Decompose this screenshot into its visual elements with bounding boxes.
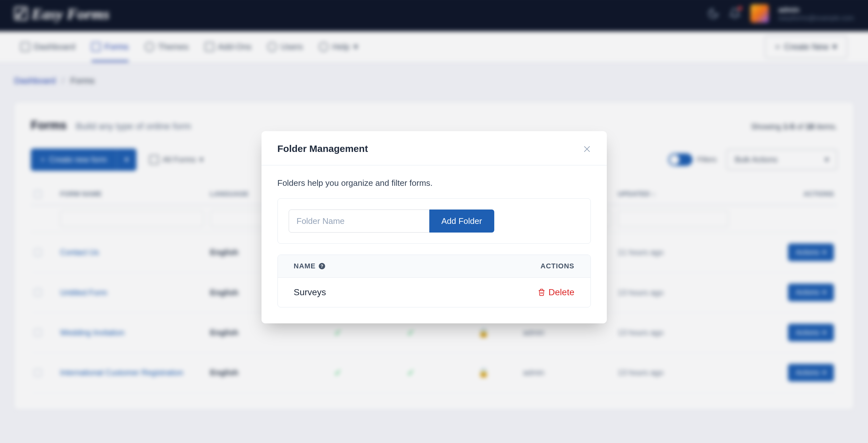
close-icon[interactable] (583, 145, 591, 153)
folder-name[interactable]: Surveys (294, 287, 326, 297)
modal-overlay[interactable]: Folder Management Folders help you organ… (0, 0, 868, 443)
col-actions: ACTIONS (540, 262, 575, 270)
folder-management-modal: Folder Management Folders help you organ… (261, 131, 607, 323)
add-folder-box: Add Folder (278, 198, 591, 244)
modal-title: Folder Management (278, 143, 368, 154)
folders-table-head: NAME ? ACTIONS (278, 255, 590, 278)
folders-table: NAME ? ACTIONS Surveys Delete (278, 255, 591, 307)
add-folder-button[interactable]: Add Folder (429, 209, 494, 233)
folder-name-input[interactable] (289, 209, 429, 233)
delete-folder-button[interactable]: Delete (538, 287, 575, 297)
help-icon[interactable]: ? (319, 263, 325, 269)
folder-row: Surveys Delete (278, 278, 590, 307)
trash-icon (538, 288, 546, 296)
modal-body: Folders help you organize and filter for… (261, 165, 607, 323)
modal-header: Folder Management (261, 131, 607, 165)
modal-description: Folders help you organize and filter for… (278, 178, 591, 188)
col-name: NAME ? (294, 262, 326, 270)
